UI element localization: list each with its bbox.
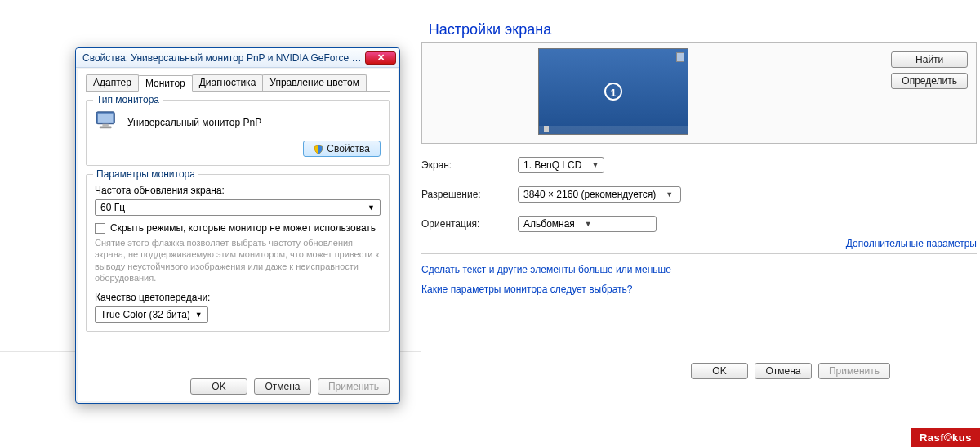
advanced-settings-link[interactable]: Дополнительные параметры	[846, 238, 977, 249]
hide-modes-checkbox[interactable]	[95, 223, 105, 234]
watermark-logo-icon	[944, 433, 952, 441]
monitor-type-group: Тип монитора Универсальный монитор PnP	[86, 100, 390, 166]
watermark-badge: Rasfkus	[911, 428, 980, 447]
display-preview-frame: 1 Найти Определить	[421, 42, 977, 144]
monitor-icon	[95, 110, 119, 134]
dialog-cancel-button[interactable]: Отмена	[254, 378, 311, 395]
screen-select-value: 1. BenQ LCD	[523, 159, 581, 171]
color-quality-label: Качество цветопередачи:	[95, 292, 381, 303]
color-quality-select[interactable]: True Color (32 бита) ▼	[95, 306, 208, 323]
scale-text-link[interactable]: Сделать текст и другие элементы больше и…	[421, 264, 977, 275]
preview-taskbar	[539, 126, 688, 134]
find-button[interactable]: Найти	[891, 51, 968, 68]
monitor-type-legend: Тип монитора	[93, 94, 163, 105]
refresh-rate-value: 60 Гц	[100, 202, 125, 213]
monitor-properties-button-label: Свойства	[327, 143, 370, 154]
watermark-suffix: kus	[952, 431, 972, 444]
tab-color-management[interactable]: Управление цветом	[262, 74, 367, 91]
refresh-rate-label: Частота обновления экрана:	[95, 185, 381, 196]
display-number-badge: 1	[604, 83, 622, 101]
hide-modes-hint: Снятие этого флажка позволяет выбрать ча…	[95, 237, 381, 284]
close-button[interactable]: ✕	[365, 51, 396, 65]
chevron-down-icon: ▼	[585, 220, 592, 228]
orientation-select-value: Альбомная	[523, 218, 575, 230]
preview-start-glyph	[544, 126, 549, 132]
dialog-title: Свойства: Универсальный монитор PnP и NV…	[82, 52, 365, 64]
orientation-select[interactable]: Альбомная ▼	[518, 216, 657, 232]
svg-rect-3	[100, 127, 112, 129]
monitor-properties-button[interactable]: Свойства	[303, 141, 381, 157]
chevron-down-icon: ▼	[195, 311, 203, 319]
refresh-rate-select[interactable]: 60 Гц ▼	[95, 199, 381, 216]
screen-label: Экран:	[421, 159, 518, 171]
apply-button[interactable]: Применить	[818, 363, 890, 379]
divider: Дополнительные параметры	[421, 253, 977, 254]
resolution-select-value: 3840 × 2160 (рекомендуется)	[523, 189, 656, 200]
close-icon: ✕	[377, 53, 385, 62]
dialog-ok-button[interactable]: OK	[190, 378, 247, 395]
main-dialog-buttons: OK Отмена Применить	[691, 363, 890, 379]
svg-rect-1	[98, 114, 114, 123]
monitor-name: Универсальный монитор PnP	[127, 117, 261, 128]
display-preview-monitor[interactable]: 1	[538, 48, 688, 135]
screen-select[interactable]: 1. BenQ LCD ▼	[518, 157, 604, 173]
uac-shield-icon	[314, 144, 323, 154]
hide-modes-label: Скрыть режимы, которые монитор не может …	[110, 222, 376, 234]
page-title: Настройки экрана	[0, 0, 980, 38]
chevron-down-icon: ▼	[666, 190, 673, 199]
orientation-label: Ориентация:	[421, 218, 518, 230]
watermark-prefix: Rasf	[920, 431, 944, 444]
monitor-settings-group: Параметры монитора Частота обновления эк…	[86, 174, 390, 332]
chevron-down-icon: ▼	[368, 203, 375, 212]
detect-button[interactable]: Определить	[891, 73, 968, 89]
tab-adapter[interactable]: Адаптер	[86, 74, 139, 91]
cancel-button[interactable]: Отмена	[755, 363, 812, 379]
ok-button[interactable]: OK	[691, 363, 748, 379]
tab-monitor[interactable]: Монитор	[138, 75, 193, 92]
preview-window-glyph	[676, 52, 684, 62]
color-quality-value: True Color (32 бита)	[100, 309, 190, 320]
dialog-apply-button[interactable]: Применить	[318, 378, 390, 395]
tab-diagnostics[interactable]: Диагностика	[192, 74, 264, 91]
dialog-action-buttons: OK Отмена Применить	[190, 378, 390, 395]
chevron-down-icon: ▼	[591, 161, 599, 169]
monitor-settings-legend: Параметры монитора	[93, 168, 198, 180]
dialog-tabs: Адаптер Монитор Диагностика Управление ц…	[86, 74, 390, 92]
dialog-titlebar[interactable]: Свойства: Универсальный монитор PnP и NV…	[76, 48, 399, 68]
resolution-label: Разрешение:	[421, 189, 518, 200]
display-settings-panel: 1 Найти Определить Экран: 1. BenQ LCD ▼ …	[421, 42, 977, 295]
resolution-select[interactable]: 3840 × 2160 (рекомендуется) ▼	[518, 186, 681, 203]
monitor-properties-dialog: Свойства: Универсальный монитор PnP и NV…	[75, 47, 400, 404]
which-settings-help-link[interactable]: Какие параметры монитора следует выбрать…	[421, 284, 977, 295]
svg-rect-2	[102, 124, 108, 127]
